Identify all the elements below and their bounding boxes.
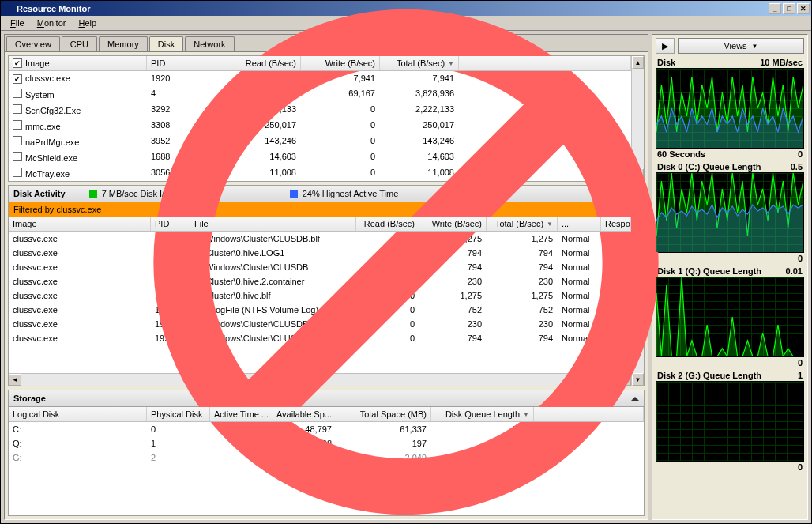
col-write[interactable]: Write (B/sec): [301, 56, 380, 70]
col-image[interactable]: ✔Image: [9, 56, 147, 70]
col-queue[interactable]: Disk Queue Length▼: [431, 407, 534, 421]
col-file[interactable]: File: [190, 217, 356, 231]
col-write[interactable]: Write (B/sec): [419, 217, 487, 231]
right-panel: ▶ Views▼ Disk10 MB/sec 60 Seconds0 Disk …: [652, 34, 808, 520]
processes-header-row: ✔Image PID Read (B/sec) Write (B/sec) To…: [9, 56, 631, 71]
col-priority[interactable]: ...: [558, 217, 601, 231]
col-total[interactable]: Total (B/sec)▼: [487, 217, 558, 231]
col-read[interactable]: Read (B/sec): [194, 56, 301, 70]
activity-header-row: Image PID File Read (B/sec) Write (B/sec…: [9, 217, 631, 232]
app-icon: [2, 3, 13, 14]
check-all[interactable]: ✔: [13, 58, 22, 68]
col-total[interactable]: Total Space (MB): [336, 407, 431, 421]
col-response[interactable]: Respon...: [601, 217, 631, 231]
chart-1: [656, 172, 804, 253]
chart-2: [656, 277, 804, 357]
col-active[interactable]: Active Time ...: [210, 407, 273, 421]
col-read[interactable]: Read (B/sec): [356, 217, 419, 231]
resource-monitor-window: Resource Monitor _ □ ✕ File Monitor Help…: [0, 0, 812, 524]
col-avail[interactable]: Available Sp...: [273, 407, 336, 421]
col-image[interactable]: Image: [9, 217, 151, 231]
col-pid[interactable]: PID: [151, 217, 190, 231]
col-pid[interactable]: PID: [147, 56, 194, 70]
col-total[interactable]: Total (B/sec)▼: [380, 56, 459, 70]
titlebar[interactable]: Resource Monitor _ □ ✕: [1, 1, 811, 16]
chart-3: [656, 381, 804, 462]
sort-desc-icon: ▼: [448, 60, 454, 67]
col-physical[interactable]: Physical Disk: [147, 407, 210, 421]
chart-0: [656, 68, 804, 149]
col-logical[interactable]: Logical Disk: [9, 407, 147, 421]
storage-header-row: Logical Disk Physical Disk Active Time .…: [9, 407, 644, 422]
